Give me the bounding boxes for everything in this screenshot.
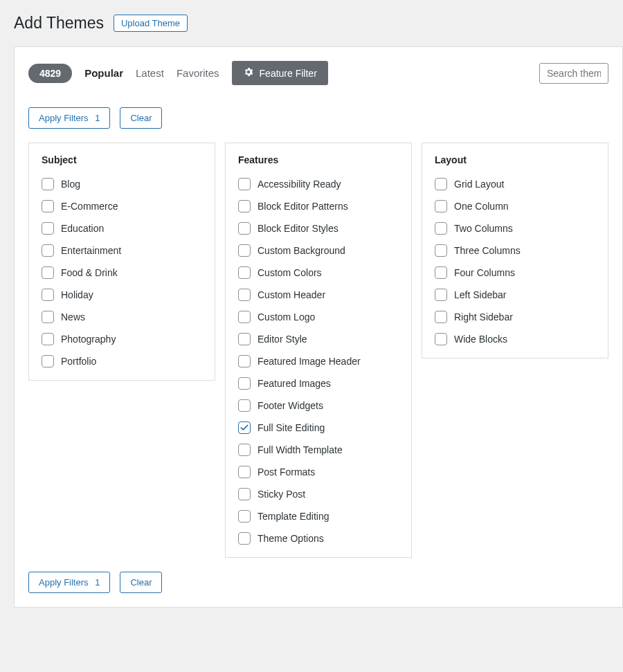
nav-link-favorites[interactable]: Favorites (177, 67, 219, 79)
filter-label: Custom Header (258, 289, 325, 300)
checkbox-icon (42, 333, 54, 345)
filter-checkbox-features[interactable]: Sticky Post (238, 488, 399, 500)
filter-label: One Column (454, 201, 509, 212)
filter-label: Grid Layout (454, 179, 504, 190)
filter-checkbox-layout[interactable]: Right Sidebar (435, 311, 595, 323)
checkbox-icon (238, 421, 251, 434)
filter-col-layout: Layout Grid LayoutOne ColumnTwo ColumnsT… (422, 143, 608, 358)
filter-label: Footer Widgets (258, 400, 323, 411)
checkbox-icon (238, 399, 251, 412)
filter-checkbox-subject[interactable]: E-Commerce (42, 200, 202, 212)
checkbox-icon (435, 311, 447, 323)
checkbox-icon (42, 222, 54, 235)
filter-col-title: Features (238, 154, 399, 165)
checkbox-icon (238, 444, 251, 456)
filter-checkbox-features[interactable]: Custom Background (238, 244, 399, 257)
checkbox-icon (238, 311, 251, 323)
filter-label: Right Sidebar (454, 311, 513, 323)
filter-label: Custom Logo (258, 311, 315, 323)
checkbox-icon (238, 289, 251, 301)
filter-label: Four Columns (454, 267, 515, 278)
filter-nav: 4829 PopularLatestFavorites Feature Filt… (28, 61, 608, 85)
filter-col-title: Subject (42, 154, 202, 165)
checkbox-icon (42, 266, 54, 279)
filter-label: Template Editing (258, 511, 329, 522)
page-header: Add Themes Upload Theme (14, 14, 623, 33)
filter-checkbox-features[interactable]: Editor Style (238, 333, 399, 345)
filter-checkbox-features[interactable]: Accessibility Ready (238, 178, 399, 190)
filter-checkbox-layout[interactable]: Wide Blocks (435, 333, 595, 345)
filter-checkbox-subject[interactable]: Food & Drink (42, 266, 202, 279)
filter-label: Photography (61, 334, 116, 345)
checkbox-icon (238, 510, 251, 523)
filter-checkbox-subject[interactable]: Blog (42, 178, 202, 190)
checkbox-icon (238, 355, 251, 367)
filter-label: Holiday (61, 289, 93, 300)
filter-checkbox-features[interactable]: Custom Logo (238, 311, 399, 323)
filter-checkbox-subject[interactable]: Entertainment (42, 244, 202, 257)
nav-link-latest[interactable]: Latest (136, 67, 164, 79)
checkbox-icon (435, 200, 447, 212)
feature-filter-button[interactable]: Feature Filter (232, 61, 328, 85)
filter-checkbox-layout[interactable]: Four Columns (435, 266, 595, 279)
filter-label: Wide Blocks (454, 334, 507, 345)
filter-checkbox-subject[interactable]: Education (42, 222, 202, 235)
filter-checkbox-layout[interactable]: Left Sidebar (435, 289, 595, 301)
feature-filter-label: Feature Filter (260, 68, 317, 79)
filter-col-subject: Subject BlogE-CommerceEducationEntertain… (28, 143, 215, 381)
filter-col-title: Layout (435, 154, 595, 165)
filter-checkbox-features[interactable]: Footer Widgets (238, 399, 399, 412)
filter-label: Featured Images (258, 378, 331, 389)
search-input[interactable] (539, 63, 608, 84)
nav-link-popular[interactable]: Popular (84, 67, 123, 79)
filter-checkbox-features[interactable]: Custom Header (238, 289, 399, 301)
filter-label: Full Site Editing (258, 422, 325, 433)
filter-checkbox-layout[interactable]: Two Columns (435, 222, 595, 235)
checkbox-icon (238, 266, 251, 279)
page-title: Add Themes (14, 14, 104, 33)
upload-theme-button[interactable]: Upload Theme (114, 15, 188, 32)
filter-columns: Subject BlogE-CommerceEducationEntertain… (28, 143, 608, 558)
checkbox-icon (435, 333, 447, 345)
checkbox-icon (435, 289, 447, 301)
checkbox-icon (435, 244, 447, 257)
checkbox-icon (238, 466, 251, 478)
clear-filters-button[interactable]: Clear (120, 572, 162, 593)
apply-filters-button[interactable]: Apply Filters 1 (28, 572, 110, 593)
filter-label: Entertainment (61, 245, 121, 256)
clear-filters-button[interactable]: Clear (120, 107, 162, 129)
filter-checkbox-features[interactable]: Post Formats (238, 466, 399, 478)
filter-checkbox-features[interactable]: Theme Options (238, 532, 399, 545)
checkbox-icon (238, 178, 251, 190)
checkbox-icon (238, 532, 251, 545)
filter-checkbox-layout[interactable]: Grid Layout (435, 178, 595, 190)
filter-checkbox-features[interactable]: Custom Colors (238, 266, 399, 279)
filter-checkbox-features[interactable]: Featured Images (238, 377, 399, 390)
filter-actions-top: Apply Filters 1 Clear (28, 107, 608, 129)
filter-checkbox-features[interactable]: Template Editing (238, 510, 399, 523)
filter-col-features: Features Accessibility ReadyBlock Editor… (225, 143, 412, 558)
filter-label: Food & Drink (61, 267, 118, 278)
filter-label: Custom Background (258, 245, 345, 256)
filter-checkbox-subject[interactable]: Holiday (42, 289, 202, 301)
checkbox-icon (42, 355, 54, 367)
filter-checkbox-subject[interactable]: News (42, 311, 202, 323)
checkbox-icon (435, 222, 447, 235)
apply-filters-button[interactable]: Apply Filters 1 (28, 107, 110, 129)
filter-label: News (61, 311, 85, 323)
filter-checkbox-subject[interactable]: Photography (42, 333, 202, 345)
filter-checkbox-features[interactable]: Block Editor Patterns (238, 200, 399, 212)
filter-checkbox-features[interactable]: Full Site Editing (238, 421, 399, 434)
filter-checkbox-subject[interactable]: Portfolio (42, 355, 202, 367)
filter-checkbox-features[interactable]: Full Width Template (238, 444, 399, 456)
filter-checkbox-features[interactable]: Block Editor Styles (238, 222, 399, 235)
filter-label: Blog (61, 179, 80, 190)
filter-checkbox-layout[interactable]: One Column (435, 200, 595, 212)
filter-checkbox-layout[interactable]: Three Columns (435, 244, 595, 257)
filter-checkbox-features[interactable]: Featured Image Header (238, 355, 399, 367)
checkbox-icon (42, 289, 54, 301)
filter-label: Custom Colors (258, 267, 322, 278)
apply-count: 1 (95, 113, 100, 123)
filter-label: Two Columns (454, 223, 513, 234)
checkbox-icon (238, 333, 251, 345)
